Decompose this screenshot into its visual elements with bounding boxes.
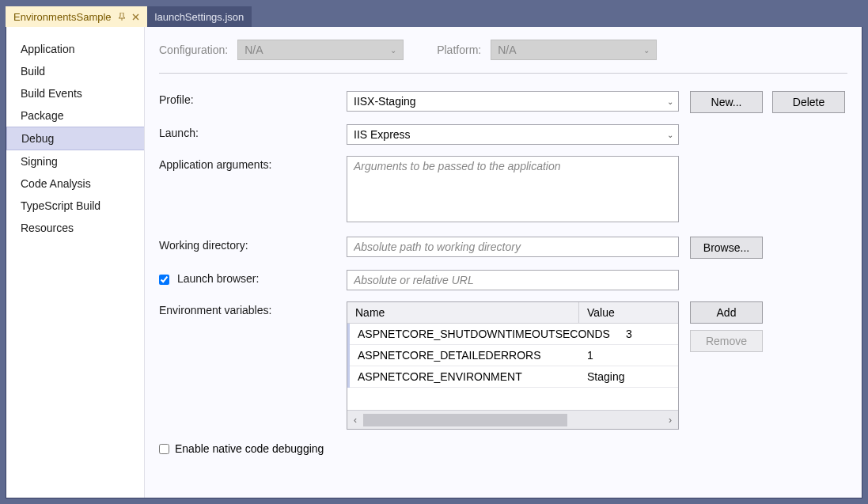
table-row[interactable]: ASPNETCORE_SHUTDOWNTIMEOUTSECONDS 3 — [350, 324, 678, 345]
launch-label: Launch: — [159, 124, 347, 139]
tab-label: launchSettings.json — [155, 11, 244, 23]
env-vars-table: Name Value ASPNETCORE_SHUTDOWNTIMEOUTSEC… — [347, 301, 679, 430]
configuration-value: N/A — [244, 44, 263, 56]
profile-label: Profile: — [159, 91, 347, 106]
app-args-input[interactable] — [347, 156, 679, 222]
chevron-down-icon: ⌄ — [390, 46, 396, 55]
add-button[interactable]: Add — [690, 301, 763, 324]
env-name-cell: ASPNETCORE_SHUTDOWNTIMEOUTSECONDS — [350, 324, 618, 344]
env-name-cell: ASPNETCORE_DETAILEDERRORS — [350, 345, 579, 366]
platform-select: N/A ⌄ — [491, 40, 657, 60]
sidebar-item-typescript-build[interactable]: TypeScript Build — [6, 195, 144, 217]
browse-button[interactable]: Browse... — [690, 237, 763, 259]
env-header-value[interactable]: Value — [579, 302, 678, 323]
env-value-cell: 1 — [579, 345, 678, 366]
sidebar: Application Build Build Events Package D… — [6, 27, 145, 498]
sidebar-item-debug[interactable]: Debug — [6, 127, 144, 150]
close-icon[interactable] — [132, 13, 139, 21]
table-row[interactable]: ASPNETCORE_DETAILEDERRORS 1 — [350, 345, 678, 366]
env-header-name[interactable]: Name — [347, 302, 579, 323]
tab-launchsettings[interactable]: launchSettings.json — [147, 6, 252, 27]
configuration-label: Configuration: — [159, 44, 228, 56]
sidebar-item-application[interactable]: Application — [6, 38, 144, 60]
pin-icon[interactable] — [118, 13, 126, 21]
new-button[interactable]: New... — [690, 91, 763, 113]
env-vars-label: Environment variables: — [159, 301, 347, 316]
profile-value: IISX-Staging — [354, 95, 416, 108]
chevron-down-icon: ⌄ — [667, 131, 673, 139]
sidebar-item-signing[interactable]: Signing — [6, 150, 144, 172]
launch-select[interactable]: IIS Express ⌄ — [347, 124, 679, 145]
platform-label: Platform: — [437, 44, 481, 56]
tab-label: EnvironmentsSample — [13, 11, 112, 23]
delete-button[interactable]: Delete — [772, 91, 845, 113]
chevron-down-icon: ⌄ — [667, 97, 673, 106]
tab-bar: EnvironmentsSample launchSettings.json — [6, 6, 862, 27]
launch-browser-input[interactable] — [347, 270, 679, 290]
native-debug-label: Enable native code debugging — [175, 442, 324, 455]
scroll-right-icon[interactable]: › — [662, 411, 678, 429]
sidebar-item-build[interactable]: Build — [6, 60, 144, 82]
launch-browser-label: Launch browser: — [159, 270, 347, 285]
tab-environments-sample[interactable]: EnvironmentsSample — [6, 6, 147, 27]
app-args-label: Application arguments: — [159, 156, 347, 171]
horizontal-scrollbar[interactable]: ‹ › — [347, 410, 678, 429]
env-value-cell: 3 — [618, 324, 678, 344]
scroll-thumb[interactable] — [363, 414, 567, 426]
configuration-select: N/A ⌄ — [237, 40, 404, 60]
sidebar-item-resources[interactable]: Resources — [6, 217, 144, 239]
table-row[interactable]: ASPNETCORE_ENVIRONMENT Staging — [350, 366, 678, 388]
launch-browser-checkbox[interactable] — [159, 275, 169, 285]
launch-value: IIS Express — [354, 128, 411, 141]
profile-select[interactable]: IISX-Staging ⌄ — [347, 91, 679, 112]
platform-value: N/A — [498, 44, 516, 56]
remove-button: Remove — [690, 330, 763, 352]
scroll-left-icon[interactable]: ‹ — [347, 411, 363, 429]
sidebar-item-code-analysis[interactable]: Code Analysis — [6, 172, 144, 195]
env-value-cell: Staging — [579, 366, 678, 387]
native-debug-checkbox[interactable] — [159, 444, 169, 454]
sidebar-item-package[interactable]: Package — [6, 104, 144, 127]
working-dir-input[interactable] — [347, 237, 679, 257]
env-name-cell: ASPNETCORE_ENVIRONMENT — [350, 366, 579, 387]
chevron-down-icon: ⌄ — [643, 46, 650, 55]
sidebar-item-build-events[interactable]: Build Events — [6, 82, 144, 104]
working-dir-label: Working directory: — [159, 237, 347, 252]
